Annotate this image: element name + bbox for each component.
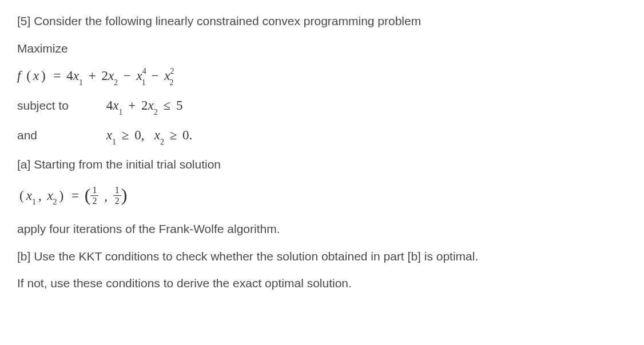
part-a-text2: apply four iterations of the Frank-Wolfe…	[17, 219, 627, 239]
problem-number: [5]	[17, 14, 30, 27]
part-b-line2: If not, use these conditions to derive t…	[17, 274, 627, 293]
maximize-label: Maximize	[17, 39, 627, 58]
problem-intro: [5] Consider the following linearly cons…	[17, 11, 627, 31]
constraint-2: and x1 ≥ 0, x2 ≥ 0.	[17, 125, 627, 147]
part-b-label: [b]	[17, 250, 30, 263]
part-a-label: [a]	[17, 158, 30, 171]
part-b-line1: [b] Use the KKT conditions to check whet…	[17, 247, 627, 266]
problem-intro-text: Consider the following linearly constrai…	[34, 14, 421, 27]
initial-solution: (x1, x2) = (12 , 12)	[17, 182, 627, 211]
part-b-text1: Use the KKT conditions to check whether …	[34, 250, 478, 263]
constraint-1: subject to 4x1 + 2x2 ≤ 5	[17, 95, 627, 117]
objective-function: f (x) = 4x1 + 2x2 − x41 − x22	[17, 66, 627, 87]
and-label: and	[17, 126, 103, 145]
part-a-text1: Starting from the initial trial solution	[34, 158, 221, 171]
part-a-intro: [a] Starting from the initial trial solu…	[17, 155, 627, 174]
subject-to-label: subject to	[17, 96, 103, 115]
